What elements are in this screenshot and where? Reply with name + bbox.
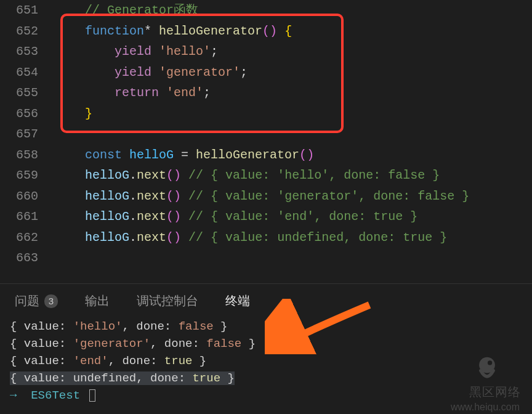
line-number: 656 — [0, 104, 38, 124]
line-number: 657 — [0, 124, 38, 145]
tab-terminal[interactable]: 终端 — [225, 293, 250, 309]
code-line[interactable]: // Generator函数 — [55, 0, 532, 21]
code-line[interactable]: helloG.next() // { value: 'generator', d… — [55, 186, 532, 207]
problems-count-badge: 3 — [44, 294, 58, 308]
line-number: 662 — [0, 227, 38, 248]
terminal-prompt[interactable]: → ES6Test — [10, 387, 522, 404]
code-content[interactable]: // Generator函数 function* helloGenerator(… — [55, 0, 532, 283]
tab-debug-label: 调试控制台 — [137, 293, 198, 309]
code-line[interactable] — [55, 248, 532, 269]
code-line[interactable]: return 'end'; — [55, 83, 532, 104]
watermark-brand: 黑区网络 — [469, 384, 521, 400]
terminal-line: { value: 'generator', done: false } — [10, 335, 522, 352]
line-number: 663 — [0, 248, 38, 269]
line-number: 658 — [0, 145, 38, 166]
tab-debug-console[interactable]: 调试控制台 — [137, 293, 198, 309]
code-editor[interactable]: 651652653654655656657658659660661662663 … — [0, 0, 532, 283]
terminal-line: { value: 'end', done: true } — [10, 352, 522, 370]
bottom-panel: 问题 3 输出 调试控制台 终端 { value: 'hello', done:… — [0, 283, 532, 414]
line-number: 654 — [0, 62, 38, 83]
line-number: 659 — [0, 165, 38, 186]
line-number: 661 — [0, 206, 38, 227]
code-line[interactable]: helloG.next() // { value: 'hello', done:… — [55, 165, 532, 186]
tab-output[interactable]: 输出 — [85, 293, 110, 309]
line-number: 653 — [0, 41, 38, 62]
code-line[interactable]: helloG.next() // { value: undefined, don… — [55, 227, 532, 248]
code-line[interactable]: yield 'generator'; — [55, 62, 532, 83]
tab-terminal-label: 终端 — [225, 293, 250, 309]
watermark-url: www.heiqu.com — [451, 402, 520, 413]
line-number: 660 — [0, 186, 38, 207]
tab-output-label: 输出 — [85, 293, 110, 309]
tab-problems[interactable]: 问题 3 — [15, 293, 58, 309]
watermark-logo-icon — [473, 355, 501, 383]
tab-problems-label: 问题 — [15, 293, 39, 309]
terminal-line: { value: undefined, done: true } — [10, 370, 522, 387]
terminal-line: { value: 'hello', done: false } — [10, 318, 522, 335]
code-line[interactable]: } — [55, 104, 532, 124]
code-line[interactable]: function* helloGenerator() { — [55, 21, 532, 42]
line-number: 651 — [0, 0, 38, 21]
code-line[interactable] — [55, 124, 532, 145]
panel-tabs: 问题 3 输出 调试控制台 终端 — [0, 289, 532, 315]
terminal-cursor — [89, 389, 95, 402]
line-number: 655 — [0, 83, 38, 104]
line-number: 652 — [0, 21, 38, 42]
code-line[interactable]: helloG.next() // { value: 'end', done: t… — [55, 206, 532, 227]
svg-point-1 — [488, 360, 492, 365]
terminal-output[interactable]: { value: 'hello', done: false }{ value: … — [0, 315, 532, 407]
code-line[interactable]: yield 'hello'; — [55, 41, 532, 62]
code-line[interactable]: const helloG = helloGenerator() — [55, 145, 532, 166]
line-number-gutter: 651652653654655656657658659660661662663 — [0, 0, 55, 283]
